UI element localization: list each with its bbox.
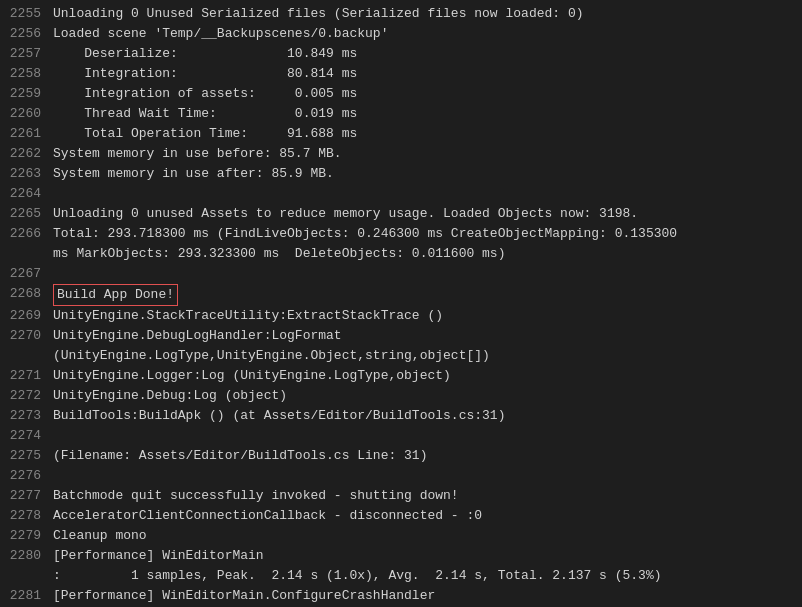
line-content: Thread Wait Time: 0.019 ms [53,104,794,124]
line-content: Batchmode quit successfully invoked - sh… [53,486,794,506]
line-content: Unloading 0 unused Assets to reduce memo… [53,204,794,224]
line-number: 2266 [8,224,53,244]
line-content: ms MarkObjects: 293.323300 ms DeleteObje… [53,244,794,264]
line-number: 2276 [8,466,53,486]
line-content: Total Operation Time: 91.688 ms [53,124,794,144]
log-line: 2263System memory in use after: 85.9 MB. [0,164,802,184]
log-line: 2257 Deserialize: 10.849 ms [0,44,802,64]
line-content [53,426,794,446]
log-line: 2273BuildTools:BuildApk () (at Assets/Ed… [0,406,802,426]
line-number: 2278 [8,506,53,526]
line-number: 2257 [8,44,53,64]
line-content: Integration: 80.814 ms [53,64,794,84]
line-content: UnityEngine.Logger:Log (UnityEngine.LogT… [53,366,794,386]
line-content: [Performance] WinEditorMain [53,546,794,566]
line-content: Total: 293.718300 ms (FindLiveObjects: 0… [53,224,794,244]
line-content: UnityEngine.DebugLogHandler:LogFormat [53,326,794,346]
log-line: 2279Cleanup mono [0,526,802,546]
line-content: : 1 samples, Peak. 2.14 s (1.0x), Avg. 2… [53,566,794,586]
log-line: 2271UnityEngine.Logger:Log (UnityEngine.… [0,366,802,386]
line-number [8,346,53,366]
line-number: 2272 [8,386,53,406]
line-content [53,264,794,284]
line-content: Build App Done! [53,284,794,306]
log-line: 2280[Performance] WinEditorMain [0,546,802,566]
build-done-badge: Build App Done! [53,284,178,306]
line-number: 2265 [8,204,53,224]
line-content [53,184,794,204]
log-line: 2281[Performance] WinEditorMain.Configur… [0,586,802,606]
log-line: 2268Build App Done! [0,284,802,306]
log-line: 2277Batchmode quit successfully invoked … [0,486,802,506]
line-number: 2271 [8,366,53,386]
line-number: 2275 [8,446,53,466]
log-line: 2275(Filename: Assets/Editor/BuildTools.… [0,446,802,466]
line-number: 2279 [8,526,53,546]
line-number: 2256 [8,24,53,44]
line-content: UnityEngine.StackTraceUtility:ExtractSta… [53,306,794,326]
log-line: 2267 [0,264,802,284]
line-content: Loaded scene 'Temp/__Backupscenes/0.back… [53,24,794,44]
line-content: Integration of assets: 0.005 ms [53,84,794,104]
log-line: 2276 [0,466,802,486]
log-container[interactable]: 2255Unloading 0 Unused Serialized files … [0,0,802,607]
log-line: 2258 Integration: 80.814 ms [0,64,802,84]
log-line: 2261 Total Operation Time: 91.688 ms [0,124,802,144]
log-line: 2272UnityEngine.Debug:Log (object) [0,386,802,406]
log-line: 2265Unloading 0 unused Assets to reduce … [0,204,802,224]
log-line: 2260 Thread Wait Time: 0.019 ms [0,104,802,124]
line-number: 2255 [8,4,53,24]
log-line: 2278AcceleratorClientConnectionCallback … [0,506,802,526]
line-content: (Filename: Assets/Editor/BuildTools.cs L… [53,446,794,466]
line-content: Cleanup mono [53,526,794,546]
log-line: 2262System memory in use before: 85.7 MB… [0,144,802,164]
line-number: 2277 [8,486,53,506]
line-number: 2258 [8,64,53,84]
line-content: AcceleratorClientConnectionCallback - di… [53,506,794,526]
line-number: 2281 [8,586,53,606]
line-content: Unloading 0 Unused Serialized files (Ser… [53,4,794,24]
log-line: : 1 samples, Peak. 2.14 s (1.0x), Avg. 2… [0,566,802,586]
log-line: 2256Loaded scene 'Temp/__Backupscenes/0.… [0,24,802,44]
line-content [53,466,794,486]
line-number [8,244,53,264]
line-number: 2273 [8,406,53,426]
line-number: 2261 [8,124,53,144]
line-number: 2260 [8,104,53,124]
log-line: 2266Total: 293.718300 ms (FindLiveObject… [0,224,802,244]
line-content: UnityEngine.Debug:Log (object) [53,386,794,406]
line-number: 2270 [8,326,53,346]
line-number: 2274 [8,426,53,446]
line-content: System memory in use before: 85.7 MB. [53,144,794,164]
line-number [8,566,53,586]
log-line: (UnityEngine.LogType,UnityEngine.Object,… [0,346,802,366]
line-number: 2259 [8,84,53,104]
line-number: 2263 [8,164,53,184]
log-line: ms MarkObjects: 293.323300 ms DeleteObje… [0,244,802,264]
log-line: 2270UnityEngine.DebugLogHandler:LogForma… [0,326,802,346]
line-content: [Performance] WinEditorMain.ConfigureCra… [53,586,794,606]
line-number: 2262 [8,144,53,164]
log-line: 2264 [0,184,802,204]
log-line: 2274 [0,426,802,446]
line-content: Deserialize: 10.849 ms [53,44,794,64]
log-line: 2259 Integration of assets: 0.005 ms [0,84,802,104]
line-number: 2268 [8,284,53,306]
line-number: 2264 [8,184,53,204]
line-number: 2267 [8,264,53,284]
line-number: 2269 [8,306,53,326]
line-content: (UnityEngine.LogType,UnityEngine.Object,… [53,346,794,366]
log-line: 2255Unloading 0 Unused Serialized files … [0,4,802,24]
line-content: BuildTools:BuildApk () (at Assets/Editor… [53,406,794,426]
line-content: System memory in use after: 85.9 MB. [53,164,794,184]
line-number: 2280 [8,546,53,566]
log-line: 2269UnityEngine.StackTraceUtility:Extrac… [0,306,802,326]
